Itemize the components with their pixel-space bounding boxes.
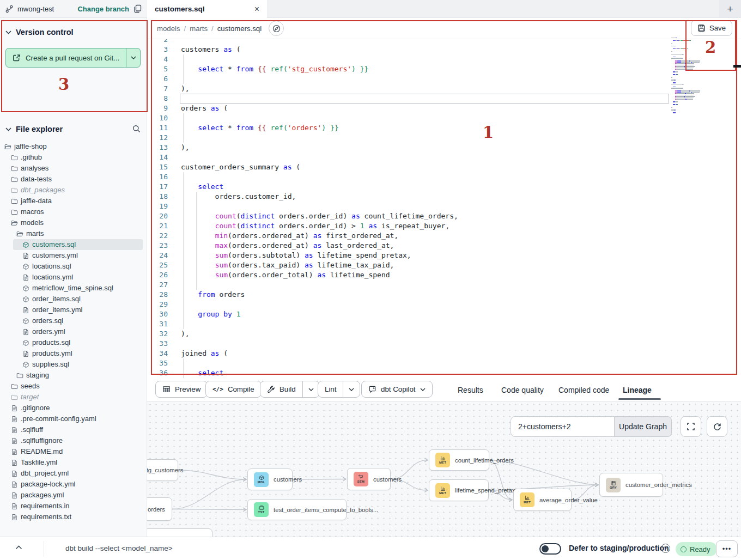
tree-item--github[interactable]: .github (0, 152, 147, 163)
tree-item-marts[interactable]: marts (0, 228, 147, 239)
tree-item-requirements-in[interactable]: requirements.in (0, 501, 147, 512)
explore-compass-button[interactable] (269, 21, 284, 36)
tree-item-packages-yml[interactable]: packages.yml (0, 490, 147, 501)
update-graph-button[interactable]: Update Graph (615, 416, 672, 437)
new-tab-button[interactable]: + (727, 4, 733, 14)
tree-item-jaffle-data[interactable]: jaffle-data (0, 196, 147, 206)
code-text: max(orders.ordered_at) as last_ordered_a… (181, 241, 394, 251)
indent-guide (196, 280, 197, 290)
tree-item-locations-yml[interactable]: locations.yml (0, 272, 147, 283)
folder-icon (11, 209, 18, 216)
tree-item-target[interactable]: target (0, 392, 147, 403)
dbt-copilot-button[interactable]: dbt Copilot (361, 381, 433, 398)
tree-item-dbt-project-yml[interactable]: dbt_project.yml (0, 468, 147, 479)
tree-item-metricflow-time-spine-sql[interactable]: metricflow_time_spine.sql (0, 283, 147, 294)
lint-main[interactable]: Lint (318, 381, 343, 397)
tree-item-order-items-yml[interactable]: order_items.yml (0, 305, 147, 315)
refresh-button[interactable] (707, 416, 727, 437)
search-icon[interactable] (132, 125, 141, 133)
tree-item-orders-sql[interactable]: orders.sql (0, 315, 147, 326)
tree-item-seeds[interactable]: seeds (0, 381, 147, 392)
defer-toggle[interactable] (539, 543, 561, 555)
lineage-node-met_pretax[interactable]: METlifetime_spend_pretax (429, 479, 489, 501)
compile-button[interactable]: </>Compile (205, 381, 262, 398)
tree-item-staging[interactable]: staging (0, 370, 147, 381)
create-pull-request-button[interactable]: Create a pull request on Git... (5, 48, 141, 68)
tree-item-requirements-txt[interactable]: requirements.txt (0, 512, 147, 522)
lineage-selector-input[interactable]: 2+customers+2 (511, 416, 615, 437)
chevron-up-icon[interactable] (15, 545, 22, 550)
tree-item-customers-sql[interactable]: customers.sql (0, 239, 147, 250)
dbt-copilot-main[interactable]: dbt Copilot (362, 381, 432, 397)
code-editor[interactable]: 23customers as (45 select * from {{ ref(… (147, 18, 741, 380)
tree-item-models[interactable]: models (0, 217, 147, 228)
lineage-node-orders[interactable]: orders (147, 497, 172, 521)
minimap-line (671, 90, 718, 92)
tab-customers-sql[interactable]: customers.sql × (147, 0, 267, 18)
preview-button[interactable]: Preview (155, 381, 208, 398)
compile-main[interactable]: </>Compile (206, 381, 261, 397)
fullscreen-button[interactable] (681, 416, 701, 437)
minimap-line (671, 74, 718, 75)
line-number: 14 (147, 153, 168, 162)
create-pull-request-main[interactable]: Create a pull request on Git... (6, 48, 126, 67)
tree-item-analyses[interactable]: analyses (0, 163, 147, 174)
lint-button[interactable]: Lint (318, 381, 360, 398)
tree-item-orders-yml[interactable]: orders.yml (0, 326, 147, 337)
tab-compiled-code[interactable]: Compiled code (558, 380, 609, 400)
lineage-node-stg_customers[interactable]: stg_customers (147, 459, 178, 481)
tree-item-locations-sql[interactable]: locations.sql (0, 261, 147, 272)
tree-item--sqlfluff[interactable]: .sqlfluff (0, 424, 147, 435)
tree-item-readme-md[interactable]: README.md (0, 446, 147, 457)
lineage-node-tst_order_items[interactable]: TSTtest_order_items_compute_to_bools... (247, 499, 347, 520)
lineage-node-qry_metrics[interactable]: QRYcustomer_order_metrics (599, 473, 663, 497)
copy-icon[interactable] (133, 4, 142, 13)
help-icon[interactable]: ? (661, 544, 670, 553)
tree-item--sqlfluffignore[interactable]: .sqlfluffignore (0, 435, 147, 446)
tree-item-taskfile-yml[interactable]: Taskfile.yml (0, 457, 147, 468)
tree-item-jaffle-shop[interactable]: jaffle-shop (0, 141, 147, 152)
command-input[interactable]: dbt build --select <model_name> (65, 544, 173, 552)
preview-main[interactable]: Preview (156, 381, 207, 397)
tree-item-dbt-packages[interactable]: dbt_packages (0, 185, 147, 196)
version-control-header[interactable]: Version control (0, 25, 147, 40)
lineage-node-partial_bottom[interactable] (147, 528, 212, 537)
lineage-node-met_count[interactable]: METcount_lifetime_orders (429, 449, 489, 471)
tree-item-macros[interactable]: macros (0, 206, 147, 217)
more-options-button[interactable]: ••• (716, 540, 738, 557)
minimap-line (671, 104, 718, 105)
tree-item-products-sql[interactable]: products.sql (0, 337, 147, 348)
met-badge: MET (435, 453, 450, 467)
tree-item-order-items-sql[interactable]: order_items.sql (0, 294, 147, 305)
lint-dropdown-caret[interactable] (343, 381, 360, 397)
line-number: 6 (147, 74, 168, 84)
pull-request-dropdown-caret[interactable] (126, 48, 140, 67)
tree-item-supplies-sql[interactable]: supplies.sql (0, 359, 147, 370)
tree-item-products-yml[interactable]: products.yml (0, 348, 147, 359)
tree-item--pre-commit-config-yaml[interactable]: .pre-commit-config.yaml (0, 413, 147, 424)
build-dropdown-caret[interactable] (302, 381, 319, 397)
change-branch-link[interactable]: Change branch (77, 5, 129, 13)
tree-item--gitignore[interactable]: .gitignore (0, 403, 147, 413)
build-button[interactable]: Build (260, 381, 320, 398)
code-icon: </> (212, 386, 223, 393)
minimap[interactable] (671, 36, 718, 114)
minimap-line (671, 40, 718, 41)
lineage-node-met_avg[interactable]: METaverage_order_value (513, 489, 572, 511)
tab-results[interactable]: Results (458, 380, 483, 400)
tab-lineage[interactable]: Lineage (623, 380, 652, 400)
minimap-line (671, 36, 718, 37)
close-icon[interactable]: × (254, 5, 259, 14)
minimap-line (671, 58, 718, 59)
build-main[interactable]: Build (260, 381, 302, 397)
tree-item-customers-yml[interactable]: customers.yml (0, 250, 147, 261)
save-button[interactable]: Save (691, 20, 732, 36)
lineage-node-sem_customers[interactable]: SEMcustomers (347, 468, 391, 490)
tree-item-data-tests[interactable]: data-tests (0, 174, 147, 185)
lineage-node-mdl_customers[interactable]: MDLcustomers (247, 468, 293, 490)
file-explorer-header[interactable]: File explorer (0, 121, 147, 137)
lineage-edge (172, 509, 246, 510)
tree-item-package-lock-yml[interactable]: package-lock.yml (0, 479, 147, 490)
tab-code-quality[interactable]: Code quality (501, 380, 544, 400)
file-icon (22, 274, 29, 281)
